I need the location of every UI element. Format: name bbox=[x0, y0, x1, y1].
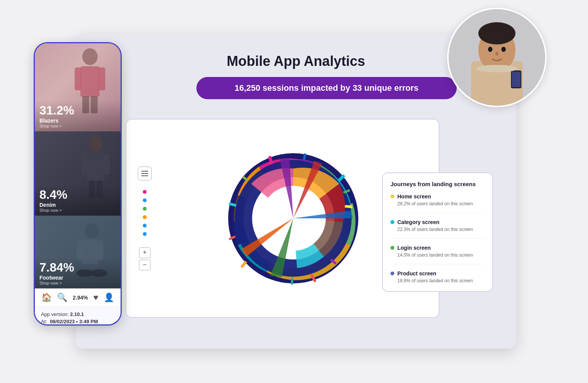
svg-point-39 bbox=[501, 47, 506, 52]
dot-blue3 bbox=[143, 232, 147, 236]
journey-dot-product bbox=[390, 272, 394, 275]
dot-pink bbox=[143, 190, 147, 194]
journey-item-home: Home screen 28.2% of users landed on thi… bbox=[390, 193, 485, 213]
journey-category-stat: 22.3% of users landed on this screen bbox=[397, 227, 485, 232]
denim-label: Denim bbox=[39, 202, 116, 208]
journey-product-stat: 18.8% of users landed on this screen bbox=[397, 278, 485, 283]
svg-point-38 bbox=[488, 47, 493, 52]
phone-section-denim: 8.4% Denim Shop now > bbox=[35, 131, 121, 216]
svg-rect-31 bbox=[98, 241, 103, 260]
svg-point-22 bbox=[89, 136, 103, 152]
phone-section-blazers: 31.2% Blazers Shop now > bbox=[35, 43, 121, 131]
journey-item-product: Product screen 18.8% of users landed on … bbox=[390, 270, 485, 283]
svg-rect-19 bbox=[98, 67, 105, 90]
svg-point-43 bbox=[477, 65, 518, 72]
search-nav-icon[interactable]: 🔍 bbox=[57, 293, 67, 303]
journey-dot-login bbox=[390, 246, 394, 250]
journey-panel-title: Journeys from landing screens bbox=[390, 181, 485, 187]
journey-item-login: Login screen 14.5% of users landed on th… bbox=[390, 245, 485, 264]
menu-icon[interactable] bbox=[138, 167, 152, 180]
journey-dot-home bbox=[390, 195, 394, 198]
journey-item-category: Category screen 22.3% of users landed on… bbox=[390, 219, 485, 239]
section-overlay-footwear: 7.84% Footwear Shop now > bbox=[35, 257, 121, 288]
journey-product-name: Product screen bbox=[397, 270, 436, 277]
chart-controls: + − bbox=[134, 163, 155, 274]
denim-sublabel: Shop now > bbox=[39, 208, 116, 213]
svg-rect-10 bbox=[240, 261, 247, 268]
svg-rect-25 bbox=[104, 154, 110, 175]
journey-dot-category bbox=[390, 220, 394, 224]
blazers-percent: 31.2% bbox=[39, 103, 116, 118]
mobile-phone: 31.2% Blazers Shop now > 8.4% Denim Shop… bbox=[34, 42, 122, 326]
main-container: Mobile App Analytics 16,250 sessions imp… bbox=[26, 19, 562, 364]
svg-rect-42 bbox=[512, 72, 521, 87]
section-overlay-denim: 8.4% Denim Shop now > bbox=[35, 185, 121, 216]
browser-card: Mobile App Analytics 16,250 sessions imp… bbox=[76, 34, 516, 349]
blazers-label: Blazers bbox=[39, 118, 116, 124]
app-version-value: 2.10.1 bbox=[70, 311, 84, 317]
journey-login-name: Login screen bbox=[397, 245, 431, 251]
journey-home-stat: 28.2% of users landed on this screen bbox=[397, 201, 485, 206]
svg-point-16 bbox=[82, 48, 98, 65]
person-svg bbox=[449, 9, 545, 106]
svg-rect-18 bbox=[75, 67, 82, 90]
dot-controls bbox=[143, 190, 147, 236]
person-avatar bbox=[447, 8, 547, 107]
nav-percent: 2.94% bbox=[73, 295, 88, 301]
svg-point-37 bbox=[479, 22, 516, 44]
page-title: Mobile App Analytics bbox=[87, 53, 505, 69]
phone-section-footwear: 7.84% Footwear Shop now > bbox=[35, 216, 121, 288]
section-overlay-blazers: 31.2% Blazers Shop now > bbox=[35, 100, 121, 131]
blazers-sublabel: Shop now > bbox=[39, 124, 116, 128]
svg-rect-9 bbox=[291, 278, 293, 285]
footwear-label: Footwear bbox=[39, 275, 116, 281]
svg-rect-30 bbox=[77, 241, 82, 260]
footwear-percent: 7.84% bbox=[39, 260, 116, 275]
heart-nav-icon[interactable]: ♥ bbox=[93, 293, 98, 303]
donut-chart bbox=[220, 146, 366, 291]
svg-point-28 bbox=[85, 223, 99, 239]
phone-nav: 🏠 🔍 2.94% ♥ 👤 bbox=[35, 288, 121, 306]
denim-percent: 8.4% bbox=[39, 188, 116, 202]
journey-login-stat: 14.5% of users landed on this screen bbox=[397, 252, 485, 258]
zoom-in-button[interactable]: + bbox=[139, 247, 150, 258]
user-nav-icon[interactable]: 👤 bbox=[104, 293, 114, 303]
journey-item-home-header: Home screen bbox=[390, 193, 485, 200]
app-version-label: App version: bbox=[41, 311, 69, 317]
journey-item-product-header: Product screen bbox=[390, 270, 485, 277]
dot-green bbox=[143, 207, 147, 211]
dot-orange bbox=[143, 215, 147, 219]
timestamp-line: At: 08/02/2023 • 3:49 PM bbox=[41, 319, 114, 324]
dot-blue1 bbox=[143, 198, 147, 202]
sessions-banner: 16,250 sessions impacted by 33 unique er… bbox=[196, 77, 457, 99]
footwear-sublabel: Shop now > bbox=[39, 281, 116, 285]
svg-rect-23 bbox=[87, 152, 105, 181]
journey-home-name: Home screen bbox=[397, 193, 431, 200]
zoom-controls: + − bbox=[139, 247, 150, 270]
journey-panel: Journeys from landing screens Home scree… bbox=[382, 172, 493, 292]
phone-footer: App version: 2.10.1 At: 08/02/2023 • 3:4… bbox=[35, 306, 121, 326]
browser-dots bbox=[87, 42, 505, 47]
svg-point-40 bbox=[495, 52, 498, 56]
zoom-out-button[interactable]: − bbox=[139, 260, 150, 270]
sessions-text: 16,250 sessions impacted by 33 unique er… bbox=[235, 83, 419, 93]
journey-item-category-header: Category screen bbox=[390, 219, 485, 225]
journey-category-name: Category screen bbox=[397, 219, 439, 225]
svg-rect-24 bbox=[82, 154, 88, 175]
dot-blue2 bbox=[143, 224, 147, 228]
journey-item-login-header: Login screen bbox=[390, 245, 485, 251]
at-label: At: bbox=[41, 319, 47, 324]
timestamp-value: 08/02/2023 • 3:49 PM bbox=[50, 319, 98, 324]
home-nav-icon[interactable]: 🏠 bbox=[41, 293, 52, 303]
svg-rect-17 bbox=[80, 66, 100, 97]
app-version-line: App version: 2.10.1 bbox=[41, 311, 114, 317]
